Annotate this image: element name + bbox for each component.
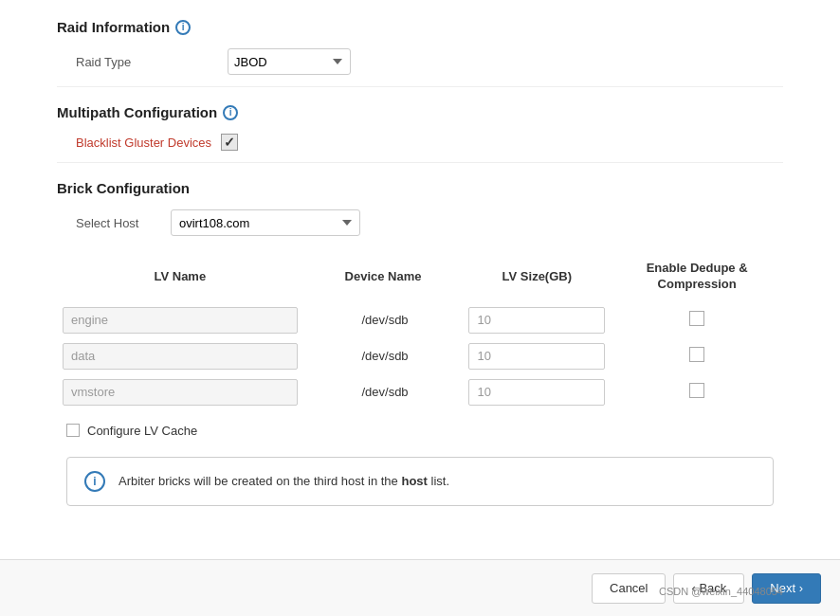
multipath-title-text: Multipath Configuration (57, 104, 217, 120)
raid-type-select[interactable]: JBOD RAID5 RAID6 RAID10 (228, 48, 351, 75)
table-row: /dev/sdb (57, 338, 783, 374)
host-select-row: Select Host ovirt108.com ovirt109.com ov… (76, 209, 783, 236)
raid-info-icon[interactable]: i (175, 20, 191, 35)
main-content: Raid Information i Raid Type JBOD RAID5 … (0, 0, 840, 540)
arbiter-text: Arbiter bricks will be created on the th… (119, 474, 449, 488)
raid-type-label: Raid Type (76, 55, 228, 69)
lv-size-input-3[interactable] (468, 379, 605, 406)
cancel-button[interactable]: Cancel (592, 573, 666, 604)
arbiter-info-box: i Arbiter bricks will be created on the … (66, 457, 774, 506)
blacklist-row: Blacklist Gluster Devices (76, 134, 783, 151)
configure-lv-row: Configure LV Cache (66, 424, 783, 438)
divider-2 (57, 162, 783, 163)
dedupe-checkbox-1[interactable] (689, 311, 704, 326)
table-row: /dev/sdb (57, 302, 783, 338)
divider-1 (57, 86, 783, 87)
next-button[interactable]: Next › (752, 573, 821, 604)
device-name-2: /dev/sdb (357, 349, 408, 363)
lv-name-input-1[interactable] (63, 307, 298, 334)
lv-size-input-2[interactable] (468, 343, 605, 370)
th-lv-size: LV Size(GB) (463, 255, 611, 302)
select-host-label: Select Host (76, 216, 171, 230)
host-select[interactable]: ovirt108.com ovirt109.com ovirt110.com (171, 209, 360, 236)
table-row: /dev/sdb (57, 374, 783, 410)
raid-title-text: Raid Information (57, 19, 170, 35)
th-lv-name: LV Name (57, 255, 303, 302)
blacklist-label: Blacklist Gluster Devices (76, 136, 211, 150)
th-dedupe: Enable Dedupe &Compression (611, 255, 783, 302)
lv-size-input-1[interactable] (468, 307, 605, 334)
arbiter-info-icon: i (84, 471, 105, 492)
raid-section-title: Raid Information i (57, 19, 783, 35)
device-name-1: /dev/sdb (357, 313, 408, 327)
device-name-3: /dev/sdb (357, 385, 408, 399)
configure-lv-checkbox[interactable] (66, 424, 80, 437)
dedupe-checkbox-3[interactable] (689, 383, 704, 398)
lv-name-input-3[interactable] (63, 379, 298, 406)
back-button[interactable]: ‹ Back (673, 573, 744, 604)
configure-lv-label: Configure LV Cache (87, 424, 197, 438)
dedupe-checkbox-2[interactable] (689, 347, 704, 362)
multipath-section-title: Multipath Configuration i (57, 104, 783, 120)
raid-type-row: Raid Type JBOD RAID5 RAID6 RAID10 (76, 48, 783, 75)
th-device-name: Device Name (303, 255, 464, 302)
brick-section-title: Brick Configuration (57, 180, 783, 196)
brick-table: LV Name Device Name LV Size(GB) Enable D… (57, 255, 783, 410)
blacklist-checkbox[interactable] (221, 134, 238, 151)
multipath-info-icon[interactable]: i (223, 105, 238, 120)
lv-name-input-2[interactable] (63, 343, 298, 370)
brick-title-text: Brick Configuration (57, 180, 190, 196)
footer: Cancel ‹ Back Next › (0, 559, 840, 616)
